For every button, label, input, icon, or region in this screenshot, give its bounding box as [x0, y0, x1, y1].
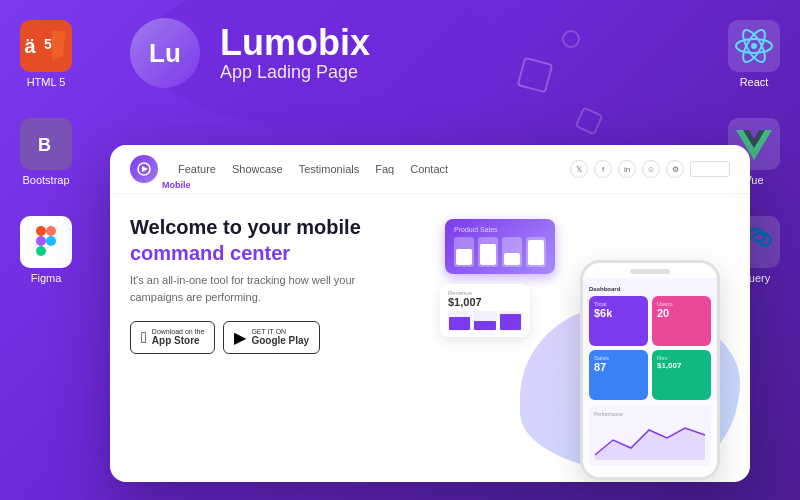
mini-card-3: Rev $1,007 [652, 350, 711, 400]
figma-label: Figma [31, 272, 62, 284]
twitter-icon[interactable]: 𝕏 [570, 160, 588, 178]
mini-card-0: Total $6k [589, 296, 648, 346]
instagram-icon[interactable]: ☺ [642, 160, 660, 178]
nav-feature[interactable]: Feature [178, 163, 216, 175]
appstore-large-text: App Store [152, 335, 205, 347]
bootstrap-badge: B [20, 118, 72, 170]
card-navbar: Feature Showcase Testimonials Faq Contac… [110, 145, 750, 194]
appstore-button[interactable]:  Download on the App Store [130, 321, 215, 354]
phone-chart: Performance [589, 406, 711, 466]
hero-description: It's an all-in-one tool for tracking how… [130, 272, 370, 305]
react-icon-block: React [728, 20, 780, 88]
hero-heading: Welcome to your mobile command center [130, 214, 425, 266]
card-content: Welcome to your mobile command center It… [110, 194, 750, 481]
app-logo: Lu [130, 18, 200, 88]
settings-icon[interactable]: ⚙ [666, 160, 684, 178]
googleplay-button[interactable]: ▶ GET IT ON Google Play [223, 321, 320, 354]
card-logo [130, 155, 158, 183]
svg-text:B: B [38, 135, 51, 155]
html5-icon-block: ä 5 HTML 5 [20, 20, 72, 88]
svg-marker-17 [142, 166, 148, 172]
linkedin-icon[interactable]: in [618, 160, 636, 178]
header: Lu Lumobix App Lading Page [130, 18, 670, 88]
googleplay-small-text: GET IT ON [251, 328, 309, 335]
card-nav-social: 𝕏 f in ☺ ⚙ [570, 160, 730, 178]
nav-testimonials[interactable]: Testimonials [299, 163, 360, 175]
header-text: Lumobix App Lading Page [220, 23, 370, 84]
bootstrap-label: Bootstrap [22, 174, 69, 186]
float-card-1: Product Sales [445, 219, 555, 274]
download-buttons:  Download on the App Store ▶ GET IT ON … [130, 321, 425, 354]
phone-screen: Dashboard Total $6k Users 20 Sales 87 [583, 278, 717, 480]
mini-card-1: Users 20 [652, 296, 711, 346]
react-badge [728, 20, 780, 72]
card-left: Welcome to your mobile command center It… [130, 214, 425, 465]
preview-card: Feature Showcase Testimonials Faq Contac… [110, 145, 750, 482]
float-card-2: Revenue $1,007 [440, 284, 530, 337]
app-subtitle: App Lading Page [220, 62, 370, 83]
phone-notch [630, 269, 670, 274]
googleplay-large-text: Google Play [251, 335, 309, 347]
svg-rect-7 [36, 236, 46, 246]
bootstrap-icon-block: B Bootstrap [20, 118, 72, 186]
phone-mockup: Dashboard Total $6k Users 20 Sales 87 [580, 260, 720, 480]
nav-contact[interactable]: Contact [410, 163, 448, 175]
nav-faq[interactable]: Faq [375, 163, 394, 175]
html5-label: HTML 5 [27, 76, 66, 88]
figma-badge [20, 216, 72, 268]
svg-rect-5 [36, 226, 46, 236]
svg-rect-6 [46, 226, 56, 236]
svg-point-9 [46, 236, 56, 246]
appstore-small-text: Download on the [152, 328, 205, 335]
svg-text:5: 5 [44, 36, 52, 52]
card-nav-links: Feature Showcase Testimonials Faq Contac… [178, 163, 550, 175]
google-play-icon: ▶ [234, 328, 246, 347]
svg-point-13 [751, 43, 757, 49]
html5-badge: ä 5 [20, 20, 72, 72]
left-tech-icons: ä 5 HTML 5 B Bootstrap [20, 20, 72, 284]
app-title: Lumobix [220, 23, 370, 63]
nav-extra-box [690, 161, 730, 177]
svg-rect-8 [36, 246, 46, 256]
card-right: Product Sales [435, 214, 730, 465]
facebook-icon[interactable]: f [594, 160, 612, 178]
hero-highlight: command center [130, 242, 290, 264]
apple-icon:  [141, 329, 147, 347]
mini-cards: Total $6k Users 20 Sales 87 Rev [589, 296, 711, 400]
react-label: React [740, 76, 769, 88]
figma-icon-block: Figma [20, 216, 72, 284]
mini-card-2: Sales 87 [589, 350, 648, 400]
mobile-label: Mobile [162, 180, 191, 190]
nav-showcase[interactable]: Showcase [232, 163, 283, 175]
